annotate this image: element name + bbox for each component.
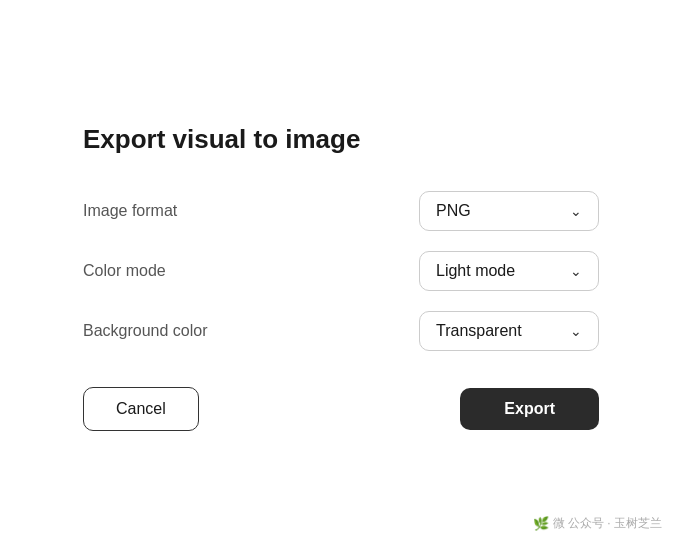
image-format-row: Image format PNG ⌄ (83, 191, 599, 231)
chevron-down-icon: ⌄ (570, 323, 582, 339)
image-format-dropdown[interactable]: PNG ⌄ (419, 191, 599, 231)
background-color-value: Transparent (436, 322, 522, 340)
cancel-button[interactable]: Cancel (83, 387, 199, 431)
color-mode-row: Color mode Light mode ⌄ (83, 251, 599, 291)
color-mode-label: Color mode (83, 262, 166, 280)
chevron-down-icon: ⌄ (570, 203, 582, 219)
watermark: 🌿 微 公众号 · 玉树芝兰 (533, 515, 662, 532)
buttons-row: Cancel Export (83, 387, 599, 431)
export-button[interactable]: Export (460, 388, 599, 430)
chevron-down-icon: ⌄ (570, 263, 582, 279)
watermark-icon: 🌿 (533, 516, 549, 531)
watermark-text: 微 公众号 · 玉树芝兰 (553, 515, 662, 532)
export-dialog: Export visual to image Image format PNG … (31, 76, 651, 471)
image-format-value: PNG (436, 202, 471, 220)
dialog-title: Export visual to image (83, 124, 599, 155)
background-color-label: Background color (83, 322, 208, 340)
color-mode-value: Light mode (436, 262, 515, 280)
background-color-dropdown[interactable]: Transparent ⌄ (419, 311, 599, 351)
background-color-row: Background color Transparent ⌄ (83, 311, 599, 351)
color-mode-dropdown[interactable]: Light mode ⌄ (419, 251, 599, 291)
image-format-label: Image format (83, 202, 177, 220)
